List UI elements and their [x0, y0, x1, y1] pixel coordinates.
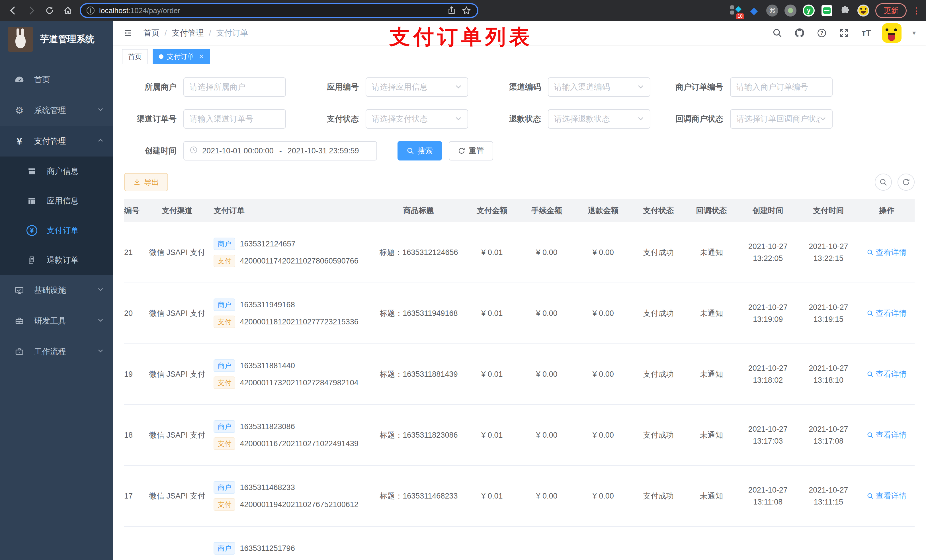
- sidebar-item-home[interactable]: 首页: [0, 64, 113, 95]
- chevron-up-icon: [97, 137, 104, 145]
- back-icon[interactable]: [7, 4, 20, 17]
- active-dot-icon: [159, 54, 163, 59]
- sidebar-fold-icon[interactable]: [122, 27, 135, 39]
- sidebar-item-dev-tools[interactable]: 研发工具: [0, 306, 113, 337]
- browser-update-button[interactable]: 更新: [875, 3, 906, 18]
- filter-row-1: 所属商户 应用编号 请选择应用信息 渠道编码 请输入渠道编码 商户订单编号: [124, 77, 915, 97]
- avatar-caret-icon[interactable]: ▼: [911, 30, 917, 36]
- refresh-button[interactable]: [897, 174, 915, 191]
- toggle-search-button[interactable]: [875, 174, 892, 191]
- cell-pay-time: 2021-10-2713:18:10: [798, 344, 859, 405]
- cell-notify-status: 未通知: [685, 344, 738, 405]
- channel-code-select[interactable]: 请输入渠道编码: [548, 77, 651, 97]
- view-detail-link[interactable]: 查看详情: [867, 247, 906, 258]
- breadcrumb-home[interactable]: 首页: [144, 27, 159, 38]
- share-icon[interactable]: [446, 5, 457, 16]
- cell-refund: ¥ 0.00: [575, 344, 632, 405]
- user-avatar[interactable]: [882, 23, 902, 43]
- tab-pay-order[interactable]: 支付订单 ✕: [153, 49, 210, 64]
- sidebar-item-refund-order[interactable]: 退款订单: [0, 245, 113, 275]
- breadcrumb-payment[interactable]: 支付管理: [172, 27, 204, 38]
- export-button[interactable]: 导出: [124, 173, 168, 191]
- filter-row-2: 渠道订单号 支付状态 请选择支付状态 退款状态 请选择退款状态 回调商户状态 请…: [124, 109, 915, 128]
- bookmark-star-icon[interactable]: [461, 5, 472, 16]
- cell-create-time: 2021-10-2713:19:09: [738, 283, 799, 344]
- cell-amount: ¥ 0.01: [465, 222, 519, 283]
- shop-icon: [25, 165, 39, 178]
- close-icon[interactable]: ✕: [199, 53, 204, 60]
- cell-pay-status: [632, 527, 685, 560]
- cell-create-time: [738, 527, 799, 560]
- y-extension-icon[interactable]: y: [802, 4, 815, 17]
- chevron-down-icon: [97, 317, 104, 325]
- date-range-picker[interactable]: 2021-10-01 00:00:00 - 2021-10-31 23:59:5…: [183, 141, 377, 160]
- address-bar[interactable]: i localhost:1024/pay/order: [80, 3, 478, 18]
- merchant-order-no: 1635311949168: [240, 300, 295, 309]
- refund-status-select[interactable]: 请选择退款状态: [548, 109, 651, 128]
- chevron-down-icon: [97, 348, 104, 356]
- filter-row-3: 创建时间 2021-10-01 00:00:00 - 2021-10-31 23…: [124, 141, 915, 160]
- sidebar-item-infra[interactable]: 基础设施: [0, 275, 113, 306]
- extensions-puzzle-icon[interactable]: [839, 4, 851, 17]
- gem-extension-icon[interactable]: ◆: [748, 4, 760, 17]
- merchant-order-no-input[interactable]: [736, 83, 826, 92]
- yen-icon: ¥: [12, 134, 26, 148]
- merchant-input[interactable]: [190, 83, 280, 92]
- forward-icon[interactable]: [25, 4, 38, 17]
- cell-fee: ¥ 0.00: [519, 465, 575, 527]
- pay-status-select[interactable]: 请选择支付状态: [366, 109, 468, 128]
- notify-status-select[interactable]: 请选择订单回调商户状态: [730, 109, 832, 128]
- cell-order-no: 商户 1635311949168 支付 42000011812021102777…: [209, 283, 372, 344]
- wallet-extension-icon[interactable]: ◆10: [729, 4, 742, 17]
- filter-app-id: 应用编号 请选择应用信息: [306, 77, 468, 97]
- sidebar-item-merchant-info[interactable]: 商户信息: [0, 157, 113, 186]
- command-extension-icon[interactable]: ⌘: [766, 4, 779, 17]
- github-icon[interactable]: [793, 27, 806, 39]
- home-icon[interactable]: [62, 4, 74, 17]
- merchant-order-no: 1635311823086: [240, 422, 295, 431]
- help-icon[interactable]: ?: [816, 27, 828, 39]
- font-size-icon[interactable]: ᴛT: [860, 27, 873, 39]
- cell-fee: ¥ 0.00: [519, 283, 575, 344]
- date-start: 2021-10-01 00:00:00: [202, 146, 274, 155]
- sidebar-menu: 首页 ⚙ 系统管理 ¥ 支付管理 商户信息 应用信息: [0, 56, 113, 367]
- browser-menu-icon[interactable]: ⋮: [912, 6, 919, 16]
- search-button[interactable]: 搜索: [398, 141, 442, 160]
- toolbox-icon: [12, 314, 26, 328]
- tab-home[interactable]: 首页: [122, 49, 148, 64]
- channel-order-no-input[interactable]: [190, 115, 280, 124]
- sidebar-item-pay-order[interactable]: ¥ 支付订单: [0, 216, 113, 245]
- fullscreen-icon[interactable]: [838, 27, 850, 39]
- sidebar-item-app-info[interactable]: 应用信息: [0, 186, 113, 216]
- browser-chrome: i localhost:1024/pay/order ◆10 ◆ ⌘ y 更新 …: [0, 0, 926, 21]
- view-detail-link[interactable]: 查看详情: [867, 491, 906, 501]
- svg-text:?: ?: [820, 30, 823, 36]
- cell-channel: 微信 JSAPI 支付: [145, 405, 209, 465]
- reset-button[interactable]: 重置: [449, 141, 493, 160]
- emoji-extension-icon[interactable]: [857, 4, 870, 17]
- sidebar-item-payment[interactable]: ¥ 支付管理: [0, 126, 113, 157]
- chat-extension-icon[interactable]: [821, 4, 833, 17]
- cell-actions: 查看详情: [859, 222, 915, 283]
- view-detail-link[interactable]: 查看详情: [867, 369, 906, 379]
- search-icon[interactable]: [771, 27, 784, 39]
- app-logo-row[interactable]: 芋道管理系统: [0, 21, 113, 56]
- cell-pay-time: 2021-10-2713:17:08: [798, 405, 859, 465]
- recorder-extension-icon[interactable]: [784, 4, 797, 17]
- cell-pay-time: 2021-10-2713:19:15: [798, 283, 859, 344]
- view-detail-link[interactable]: 查看详情: [867, 430, 906, 440]
- pay-order-no: 4200001173202110272847982104: [240, 379, 358, 387]
- pay-order-no: 4200001167202110271022491439: [240, 439, 358, 448]
- cell-title: 标题：1635311881439: [372, 344, 465, 405]
- view-detail-link[interactable]: 查看详情: [867, 308, 906, 318]
- pay-order-no: 4200001194202110276752100612: [240, 500, 358, 509]
- chevron-down-icon: [455, 82, 462, 92]
- sidebar-item-system[interactable]: ⚙ 系统管理: [0, 95, 113, 126]
- site-info-icon[interactable]: i: [86, 6, 95, 15]
- reload-icon[interactable]: [43, 4, 56, 17]
- pay-tag: 支付: [213, 498, 235, 511]
- sidebar-item-workflow[interactable]: 工作流程: [0, 337, 113, 367]
- cell-actions: 查看详情: [859, 465, 915, 527]
- app-id-select[interactable]: 请选择应用信息: [366, 77, 468, 97]
- gear-icon: ⚙: [12, 104, 26, 117]
